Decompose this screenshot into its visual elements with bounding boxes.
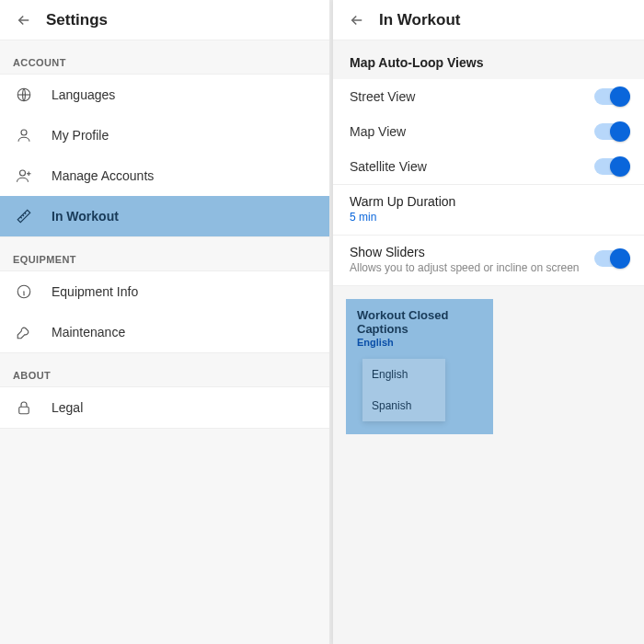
- toggle-knob: [610, 156, 630, 177]
- toggle-switch[interactable]: [594, 88, 627, 105]
- in-workout-panel: In Workout Map Auto-Loop Views Street Vi…: [333, 0, 644, 644]
- section-label-account: ACCOUNT: [0, 40, 329, 74]
- person-plus-icon: [13, 167, 35, 184]
- captions-dropdown: English Spanish: [362, 359, 445, 421]
- in-workout-header: In Workout: [333, 0, 644, 40]
- toggle-label: Satellite View: [350, 159, 427, 174]
- captions-title: Workout Closed Captions: [357, 308, 482, 336]
- show-sliders-setting[interactable]: Show Sliders Allows you to adjust speed …: [333, 236, 644, 286]
- show-sliders-text: Show Sliders Allows you to adjust speed …: [350, 245, 594, 274]
- sidebar-item-maintenance[interactable]: Maintenance: [0, 312, 329, 352]
- sidebar-item-in-workout[interactable]: In Workout: [0, 196, 329, 236]
- toggle-map-view[interactable]: Map View: [333, 114, 644, 149]
- sidebar-item-label: Equipment Info: [52, 284, 138, 299]
- toggle-switch[interactable]: [594, 250, 627, 267]
- sidebar-item-manage-accounts[interactable]: Manage Accounts: [0, 155, 329, 196]
- toggle-switch[interactable]: [594, 158, 627, 175]
- map-toggles: Street View Map View Satellite View: [333, 79, 644, 185]
- warmup-title: Warm Up Duration: [350, 194, 627, 209]
- settings-header: Settings: [0, 0, 329, 40]
- section-label-equipment: EQUIPMENT: [0, 237, 329, 270]
- page-title: In Workout: [379, 11, 460, 29]
- sidebar-item-label: Legal: [52, 400, 83, 415]
- svg-rect-4: [19, 407, 29, 414]
- show-sliders-desc: Allows you to adjust speed or incline on…: [350, 261, 594, 274]
- back-button[interactable]: [344, 7, 370, 33]
- sidebar-item-equipment-info[interactable]: Equipment Info: [0, 271, 329, 312]
- svg-point-2: [20, 170, 26, 176]
- sidebar-item-label: Manage Accounts: [52, 168, 154, 183]
- map-autoloop-title: Map Auto-Loop Views: [333, 40, 644, 79]
- toggle-street-view[interactable]: Street View: [333, 79, 644, 114]
- warmup-value: 5 min: [350, 211, 627, 224]
- in-workout-body: Map Auto-Loop Views Street View Map View…: [333, 40, 644, 644]
- sidebar-item-label: In Workout: [52, 209, 119, 224]
- back-button[interactable]: [11, 7, 37, 33]
- person-icon: [13, 127, 35, 144]
- sidebar-item-my-profile[interactable]: My Profile: [0, 115, 329, 155]
- captions-setting[interactable]: Workout Closed Captions English English …: [346, 299, 493, 434]
- sidebar-item-label: Languages: [52, 87, 115, 102]
- toggle-label: Map View: [350, 124, 406, 139]
- account-group: Languages My Profile Manage Accounts In …: [0, 74, 329, 237]
- captions-current: English: [357, 337, 482, 348]
- sidebar-item-label: My Profile: [52, 128, 109, 143]
- section-label-about: ABOUT: [0, 353, 329, 386]
- settings-panel: Settings ACCOUNT Languages My Profile: [0, 0, 329, 644]
- toggle-switch[interactable]: [594, 123, 627, 140]
- show-sliders-title: Show Sliders: [350, 245, 594, 259]
- page-title: Settings: [46, 11, 108, 29]
- toggle-knob: [610, 248, 630, 269]
- warmup-setting[interactable]: Warm Up Duration 5 min: [333, 185, 644, 236]
- wrench-icon: [13, 324, 35, 340]
- toggle-satellite-view[interactable]: Satellite View: [333, 149, 644, 184]
- arrow-left-icon: [349, 12, 365, 29]
- info-icon: [13, 283, 35, 300]
- sidebar-item-label: Maintenance: [52, 325, 125, 339]
- captions-option-english[interactable]: English: [362, 359, 445, 390]
- sidebar-item-languages[interactable]: Languages: [0, 75, 329, 115]
- ruler-icon: [13, 208, 35, 224]
- globe-icon: [13, 86, 35, 103]
- captions-option-spanish[interactable]: Spanish: [362, 390, 445, 421]
- lock-icon: [13, 399, 35, 416]
- toggle-knob: [610, 121, 630, 142]
- settings-body: ACCOUNT Languages My Profile Manage Acco…: [0, 40, 329, 644]
- about-group: Legal: [0, 386, 329, 429]
- toggle-knob: [610, 86, 630, 107]
- sidebar-item-legal[interactable]: Legal: [0, 387, 329, 428]
- arrow-left-icon: [16, 12, 32, 29]
- svg-point-1: [21, 130, 27, 135]
- toggle-label: Street View: [350, 89, 415, 104]
- equipment-group: Equipment Info Maintenance: [0, 270, 329, 353]
